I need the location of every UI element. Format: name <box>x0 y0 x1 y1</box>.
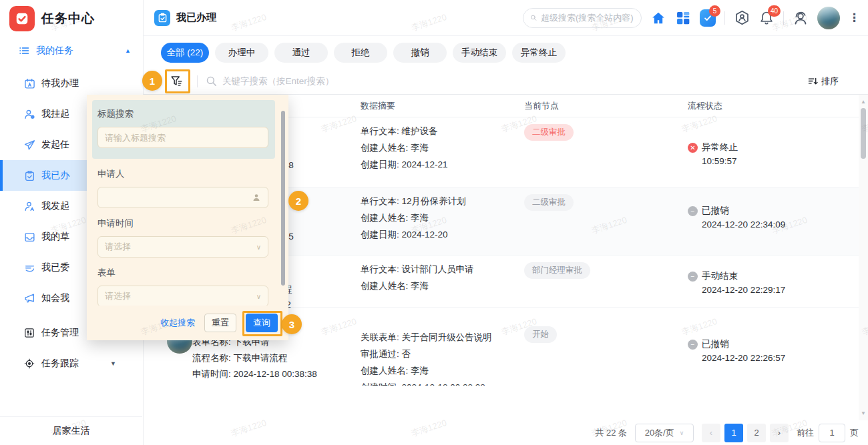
task-check-icon[interactable]: 5 <box>700 10 716 26</box>
home-icon[interactable] <box>650 10 666 26</box>
task-badge: 5 <box>709 5 720 17</box>
filter-panel: 标题搜索 申请人 申请时间 请选择 ∨ 表单 请选择 <box>87 95 288 340</box>
bell-icon[interactable]: 40 <box>758 10 775 26</box>
apps-grid-icon[interactable] <box>675 10 691 26</box>
applicant-input[interactable] <box>105 193 252 203</box>
divider <box>724 11 725 25</box>
sidebar-group-my-tasks[interactable]: 我的任务 ▲ <box>0 37 143 64</box>
chevron-down-icon: ∨ <box>256 293 261 300</box>
collapse-search-link[interactable]: 收起搜索 <box>160 317 195 329</box>
keyword-search[interactable] <box>206 75 808 87</box>
scroll-down-icon[interactable]: ▼ <box>859 410 868 416</box>
global-search[interactable] <box>523 8 642 28</box>
status-withdrawn-icon: − <box>688 340 698 350</box>
tab-all[interactable]: 全部 (22) <box>161 43 209 63</box>
reset-button[interactable]: 重置 <box>204 314 236 332</box>
table-scrollbar: ▲ ▼ <box>859 95 868 420</box>
global-search-input[interactable] <box>541 13 634 23</box>
filter-panel-body: 标题搜索 申请人 申请时间 请选择 ∨ 表单 请选择 <box>87 95 288 306</box>
tab-rejected[interactable]: 拒绝 <box>334 43 387 63</box>
chevron-down-icon: ▼ <box>110 360 116 367</box>
status-error-icon: ✕ <box>688 143 698 153</box>
filter-field-title: 标题搜索 <box>92 100 275 159</box>
page-title-icon <box>154 10 170 26</box>
row-summary: 单行文本: 设计部门人员申请 创建人姓名: 李海 <box>361 256 524 307</box>
sidebar-footer-label: 居家生活 <box>0 416 142 445</box>
page-size-select[interactable]: 20条/页 ∨ <box>635 424 694 442</box>
sort-label: 排序 <box>821 75 839 87</box>
page-button-2[interactable]: 2 <box>747 424 766 442</box>
row-status-cell: ✕异常终止 10:59:57 <box>688 117 868 187</box>
user-pause-icon <box>24 109 35 120</box>
tab-in-progress[interactable]: 办理中 <box>215 43 268 63</box>
app-title: 任务中心 <box>41 10 95 27</box>
query-button[interactable]: 查询 <box>246 314 278 332</box>
list-icon <box>19 45 29 56</box>
row-node-cell: 开始 <box>524 308 688 386</box>
hexagon-approval-icon[interactable] <box>734 10 750 26</box>
node-badge: 二级审批 <box>524 194 574 211</box>
filter-field-form: 表单 请选择 ∨ <box>92 258 275 306</box>
row-node-cell: 二级审批 <box>524 187 688 255</box>
scrollbar-thumb[interactable] <box>861 108 866 159</box>
user-avatar[interactable] <box>817 7 840 29</box>
row-summary: 单行文本: 12月份保养计划 创建人姓名: 李海 创建日期: 2024-12-2… <box>361 187 524 255</box>
row-summary: 关联表单: 关于合同升级公告说明 审批通过: 否 创建人姓名: 李海 创建时间:… <box>361 308 524 386</box>
total-count: 共 22 条 <box>595 427 627 439</box>
sidebar-item-label: 我挂起 <box>41 108 69 120</box>
sort-button[interactable]: 排序 <box>808 75 839 87</box>
list-toolbar: 排序 <box>144 68 868 95</box>
tab-approved[interactable]: 通过 <box>274 43 328 63</box>
calendar-icon <box>24 78 35 89</box>
sidebar-item-label: 我的草 <box>41 231 69 243</box>
page-button-1[interactable]: 1 <box>724 424 743 442</box>
task-center-app: 任务中心 我的任务 ▲ 待我办理 我挂起 发起任 我已办 <box>0 0 868 445</box>
user-arrow-icon <box>24 201 35 212</box>
prev-page-button[interactable]: ‹ <box>702 424 720 442</box>
clipboard-check-icon <box>24 170 35 181</box>
divider <box>197 75 198 87</box>
target-icon <box>24 358 35 370</box>
title-search-input[interactable] <box>105 133 261 143</box>
scroll-up-icon[interactable]: ▲ <box>859 99 868 105</box>
support-headset-icon[interactable] <box>793 10 809 26</box>
node-badge: 部门经理审批 <box>524 262 590 279</box>
sidebar-item-task-tracking[interactable]: 任务跟踪 ▼ <box>0 348 143 379</box>
status-tabs: 全部 (22) 办理中 通过 拒绝 撤销 手动结束 异常终止 <box>144 36 868 68</box>
paper-plane-icon <box>24 139 35 151</box>
apply-time-select[interactable]: 请选择 ∨ <box>97 236 268 258</box>
more-menu-icon[interactable]: ⋮ <box>849 11 860 25</box>
row-status-cell: −手动结束 2024-12-20 22:29:17 <box>688 256 868 307</box>
status-withdrawn-icon: − <box>688 206 698 216</box>
filter-funnel-icon[interactable] <box>165 71 188 91</box>
app-logo-icon[interactable] <box>9 6 35 31</box>
sidebar-group-label: 我的任务 <box>36 45 73 57</box>
tab-withdrawn[interactable]: 撤销 <box>393 43 447 63</box>
sidebar-item-label: 知会我 <box>41 292 69 304</box>
sliders-icon <box>24 328 35 339</box>
filter-panel-scrollbar-thumb[interactable] <box>281 111 285 286</box>
sidebar-item-label: 我发起 <box>41 200 69 212</box>
goto-label: 前往 <box>797 427 814 439</box>
filter-field-apply-time: 申请时间 请选择 ∨ <box>92 208 275 258</box>
row-status-cell: −已撤销 2024-12-20 22:34:09 <box>688 187 868 255</box>
tab-manual-end[interactable]: 手动结束 <box>453 43 506 63</box>
next-page-button[interactable]: › <box>770 424 789 442</box>
row-status-cell: −已撤销 2024-12-20 22:26:57 <box>688 308 868 386</box>
filter-field-applicant: 申请人 <box>92 159 275 208</box>
goto-page-input[interactable] <box>819 424 845 442</box>
node-badge: 开始 <box>524 326 557 343</box>
tab-abnormal-end[interactable]: 异常终止 <box>512 43 566 63</box>
form-select[interactable]: 请选择 ∨ <box>97 286 268 306</box>
delegate-hand-icon <box>24 262 35 274</box>
column-status: 流程状态 <box>688 100 868 112</box>
keyword-search-input[interactable] <box>222 76 503 86</box>
bell-badge: 40 <box>768 5 781 17</box>
filter-panel-footer: 收起搜索 重置 查询 <box>87 306 288 340</box>
sidebar-item-label: 待我办理 <box>41 77 79 89</box>
app-logo-row: 任务中心 <box>0 0 143 37</box>
field-label: 申请人 <box>97 168 268 180</box>
row-summary: 单行文本: 维护设备 创建人姓名: 李海 创建日期: 2024-12-21 <box>361 117 524 187</box>
person-icon[interactable] <box>252 193 261 202</box>
column-node: 当前节点 <box>524 100 688 112</box>
